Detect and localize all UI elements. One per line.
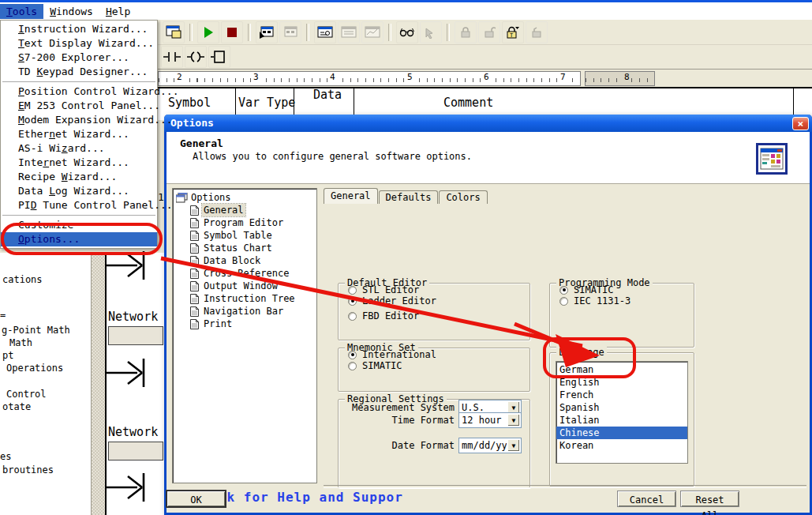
tree-item[interactable]: Symbol Table [174, 229, 315, 242]
box-glyph [211, 51, 228, 63]
contact-icon[interactable] [161, 46, 183, 68]
pause-status-icon[interactable] [338, 21, 360, 43]
tree-item[interactable]: Navigation Bar [174, 305, 315, 318]
language-list-item[interactable]: English [556, 376, 687, 389]
radio-option[interactable]: IEC 1131-3 [559, 295, 631, 307]
tree-item[interactable]: Data Block [174, 254, 315, 267]
stop-icon[interactable] [221, 21, 243, 43]
column-header-symbol: Symbol [168, 96, 211, 110]
combo-value: U.S. [459, 402, 507, 413]
menu-item[interactable]: Position Control Wizard... [1, 85, 157, 99]
explorer-window-icon[interactable] [163, 21, 185, 43]
menu-item[interactable]: Text Display Wizard... [1, 36, 157, 51]
glasses-view-icon[interactable] [396, 21, 418, 43]
combo-box[interactable]: mm/dd/yy ▼ [458, 438, 522, 453]
menu-item[interactable]: Ethernet Wizard... [1, 127, 157, 141]
box-icon[interactable] [208, 46, 230, 68]
chart-status-icon[interactable] [361, 21, 384, 43]
tree-item[interactable]: Status Chart [174, 242, 315, 254]
menu-item[interactable]: Modem Expansion Wizard... [1, 113, 157, 127]
column-header-comment: Comment [443, 96, 493, 110]
partial-lock-glyph [530, 26, 543, 39]
tab[interactable]: General [324, 188, 378, 204]
chevron-down-icon[interactable]: ▼ [507, 439, 520, 452]
menu-item[interactable]: Internet Wizard... [1, 156, 157, 170]
ladder-branch-arrow [106, 472, 152, 503]
coil-glyph [187, 51, 204, 63]
menu-item[interactable]: Instruction Wizard... [1, 22, 157, 36]
coil-icon[interactable] [185, 46, 207, 68]
network2-label: Network 2 [108, 310, 172, 324]
menu-item[interactable]: TD Keypad Designer... [1, 65, 157, 79]
tree-root[interactable]: Options [174, 191, 315, 204]
tab-label: General [331, 190, 371, 201]
chevron-down-icon[interactable]: ▼ [507, 414, 520, 427]
menu-item-label: Options... [18, 233, 80, 245]
tools-menu-dropdown: Instruction Wizard...Text Display Wizard… [0, 20, 158, 249]
pane-splitter[interactable] [91, 253, 106, 515]
radio-option[interactable]: SIMATIC [348, 359, 402, 372]
menu-item-label: Instruction Wizard... [18, 23, 148, 35]
explorer-window-glyph [166, 25, 181, 39]
tab[interactable]: Colors [439, 190, 487, 204]
menu-item[interactable]: Data Log Wizard... [1, 184, 157, 198]
menubar-item-label: Windows [50, 6, 93, 17]
default-editor-group: Default Editor STL EditorLadder EditorFB… [338, 283, 530, 340]
network2-comment-box[interactable] [108, 326, 163, 345]
menu-item-label: AS-i Wizard... [18, 142, 105, 154]
tools-menu-group3: CustomizeOptions... [1, 218, 157, 246]
dialog-button[interactable]: OK [167, 491, 226, 507]
lock-icon[interactable] [455, 21, 477, 43]
tree-text-fragment: g-Point Math [2, 325, 70, 336]
radio-option[interactable]: Ladder Editor [348, 295, 436, 307]
radio-icon [348, 312, 357, 321]
language-list-item[interactable]: French [556, 389, 687, 401]
run-icon[interactable] [197, 21, 219, 43]
ruler-number: 5 [406, 72, 414, 82]
tab[interactable]: Defaults [379, 190, 439, 204]
force-hand-icon[interactable] [420, 21, 442, 43]
radio-icon [348, 286, 357, 295]
menubar-item[interactable]: Windows [43, 4, 99, 19]
unlock-icon[interactable] [478, 21, 500, 43]
options-dialog-icon [756, 143, 788, 175]
menu-item[interactable]: EM 253 Control Panel... [1, 99, 157, 113]
tree-item[interactable]: Program Editor [174, 216, 315, 229]
partial-lock-icon[interactable] [526, 21, 548, 43]
tree-item[interactable]: Instruction Tree [174, 292, 315, 305]
menu-item[interactable]: PID Tune Control Panel... [1, 198, 157, 212]
dialog-button[interactable]: Reset All [680, 491, 739, 507]
menu-item[interactable]: Options... [1, 232, 157, 246]
tree-item[interactable]: General [174, 204, 315, 216]
menubar-item[interactable]: Tools [0, 4, 43, 19]
radio-icon [559, 297, 568, 306]
timed-password-lock-icon[interactable]: T [502, 21, 524, 43]
language-list-item[interactable]: German [556, 363, 687, 376]
compile-all-icon[interactable] [279, 21, 301, 43]
language-list-item[interactable]: Chinese [556, 427, 687, 439]
menu-item[interactable]: Recipe Wizard... [1, 170, 157, 184]
tree-root-label: Options [191, 191, 231, 204]
combo-value: 12 hour [459, 415, 507, 426]
tree-item[interactable]: Print [174, 318, 315, 330]
menubar-item[interactable]: Help [99, 4, 137, 19]
menu-item[interactable]: AS-i Wizard... [1, 141, 157, 156]
pause-status-glyph [341, 25, 357, 39]
menu-item[interactable]: Customize [1, 218, 157, 232]
dialog-titlebar[interactable]: Options × [164, 115, 812, 132]
dialog-button[interactable]: Cancel [617, 491, 676, 507]
tree-item[interactable]: Output Window [174, 280, 315, 292]
radio-option[interactable]: FBD Editor [348, 310, 419, 322]
column-divider [793, 87, 794, 115]
language-list-item[interactable]: Italian [556, 414, 687, 427]
close-icon[interactable]: × [792, 117, 809, 130]
tree-item[interactable]: Cross Reference [174, 267, 315, 280]
language-list-item[interactable]: Korean [556, 439, 687, 452]
network3-comment-box[interactable] [108, 442, 163, 460]
program-status-icon[interactable] [314, 21, 336, 43]
compile-icon[interactable] [256, 21, 278, 43]
combo-box[interactable]: 12 hour ▼ [458, 412, 522, 428]
menu-item[interactable]: S7-200 Explorer... [1, 51, 157, 65]
language-list-item[interactable]: Spanish [556, 401, 687, 414]
menu-item-label: Modem Expansion Wizard... [18, 114, 173, 126]
